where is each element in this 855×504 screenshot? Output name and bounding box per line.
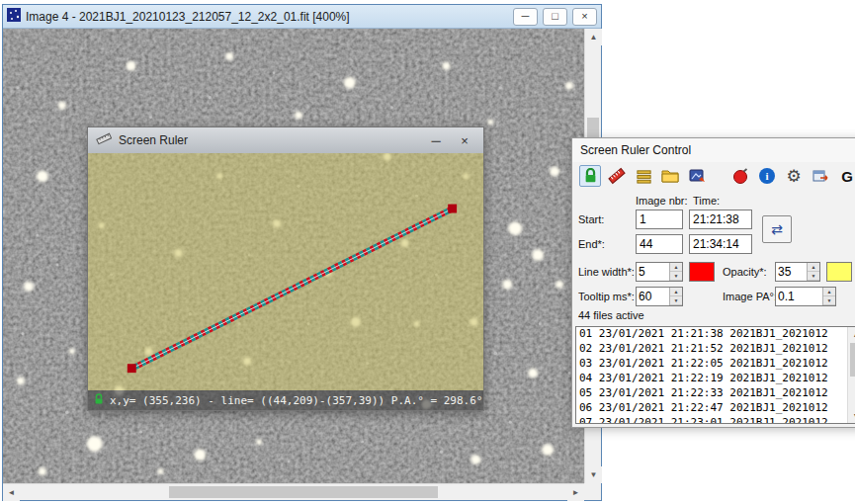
opacity-color-swatch[interactable] bbox=[826, 262, 852, 282]
screen-ruler-window: Screen Ruler ─ × x,y= (355,236) - line= … bbox=[87, 126, 484, 411]
list-item[interactable]: 07 23/01/2021 21:23:01 2021BJ1_2021012 bbox=[576, 416, 855, 424]
end-number-input[interactable] bbox=[636, 234, 683, 254]
opacity-input[interactable] bbox=[776, 263, 807, 281]
control-window-title: Screen Ruler Control bbox=[580, 143, 691, 157]
start-label: Start: bbox=[578, 213, 604, 225]
image-nbr-header: Image nbr: bbox=[636, 195, 688, 207]
list-item[interactable]: 04 23/01/2021 21:22:19 2021BJ1_2021012 bbox=[576, 372, 855, 386]
ruler-close-button[interactable]: × bbox=[454, 133, 475, 148]
end-label: End*: bbox=[578, 238, 605, 250]
minimize-button[interactable]: ─ bbox=[513, 8, 538, 26]
time-header: Time: bbox=[693, 195, 720, 207]
list-item[interactable]: 05 23/01/2021 21:22:33 2021BJ1_2021012 bbox=[576, 386, 855, 401]
line-color-swatch[interactable] bbox=[689, 262, 715, 282]
folder-open-icon[interactable] bbox=[659, 165, 681, 187]
line-width-down-icon[interactable]: ▼ bbox=[670, 272, 682, 281]
list-item[interactable]: 01 23/01/2021 21:21:38 2021BJ1_2021012 bbox=[576, 327, 855, 342]
scrollbar-corner bbox=[584, 483, 601, 500]
opacity-up-icon[interactable]: ▲ bbox=[808, 263, 819, 272]
scroll-right-icon[interactable]: ► bbox=[567, 484, 584, 501]
ruler-minimize-button[interactable]: ─ bbox=[425, 133, 447, 148]
line-width-stepper[interactable]: ▲▼ bbox=[636, 262, 683, 282]
send-to-window-icon[interactable] bbox=[810, 165, 831, 187]
swap-start-end-button[interactable]: ⇄ bbox=[762, 215, 792, 243]
opacity-label: Opacity*: bbox=[723, 266, 767, 278]
image-window-title: Image 4 - 2021BJ1_20210123_212057_12_2x2… bbox=[26, 10, 508, 24]
opacity-stepper[interactable]: ▲▼ bbox=[775, 262, 820, 282]
scroll-up-icon[interactable]: ▲ bbox=[585, 29, 602, 45]
file-list[interactable]: 01 23/01/2021 21:21:38 2021BJ1_2021012 0… bbox=[575, 326, 855, 424]
opacity-down-icon[interactable]: ▼ bbox=[808, 272, 819, 281]
export-image-icon[interactable] bbox=[686, 165, 708, 187]
line-width-input[interactable] bbox=[637, 263, 669, 281]
screen-ruler-control-window: Screen Ruler Control i ⚙ G Image nbr bbox=[571, 137, 855, 428]
list-item[interactable]: 06 23/01/2021 21:22:47 2021BJ1_2021012 bbox=[576, 401, 855, 416]
ruler-status-text: x,y= (355,236) - line= ((44,209)-(357,39… bbox=[110, 394, 483, 407]
ruler-measure-area[interactable] bbox=[88, 153, 483, 390]
image-pa-label: Image PA°: bbox=[723, 291, 777, 302]
list-scroll-up-icon[interactable]: ▲ bbox=[848, 327, 855, 342]
list-item[interactable]: 02 23/01/2021 21:21:52 2021BJ1_2021012 bbox=[576, 342, 855, 357]
ruler-titlebar[interactable]: Screen Ruler ─ × bbox=[88, 127, 483, 153]
list-scroll-down-icon[interactable]: ▼ bbox=[848, 408, 855, 423]
tooltip-down-icon[interactable]: ▼ bbox=[670, 296, 682, 305]
list-item[interactable]: 03 23/01/2021 21:22:05 2021BJ1_2021012 bbox=[576, 357, 855, 372]
image-pa-input[interactable] bbox=[776, 288, 822, 305]
image-pa-up-icon[interactable]: ▲ bbox=[823, 288, 835, 296]
scroll-left-icon[interactable]: ◄ bbox=[3, 484, 20, 501]
horizontal-scrollbar[interactable]: ◄ ► bbox=[3, 483, 584, 500]
image-pa-down-icon[interactable]: ▼ bbox=[823, 296, 835, 305]
lock-icon[interactable] bbox=[579, 165, 601, 187]
line-width-up-icon[interactable]: ▲ bbox=[670, 263, 682, 272]
list-icon[interactable] bbox=[633, 165, 654, 187]
restore-button[interactable]: □ bbox=[543, 8, 567, 26]
abort-icon[interactable] bbox=[729, 165, 751, 187]
status-lock-icon bbox=[94, 393, 104, 408]
end-time-input[interactable] bbox=[689, 234, 752, 254]
ruler-line-end-handle bbox=[448, 205, 457, 213]
start-number-input[interactable] bbox=[636, 210, 683, 229]
control-titlebar[interactable]: Screen Ruler Control bbox=[572, 138, 855, 162]
line-width-label: Line width*: bbox=[578, 266, 635, 278]
tooltip-ms-stepper[interactable]: ▲▼ bbox=[636, 287, 683, 306]
info-icon[interactable]: i bbox=[756, 165, 778, 187]
refresh-icon[interactable]: G bbox=[836, 165, 855, 187]
ruler-line-start-handle bbox=[128, 364, 136, 373]
tooltip-up-icon[interactable]: ▲ bbox=[670, 288, 682, 296]
start-time-input[interactable] bbox=[689, 210, 752, 229]
ruler-icon bbox=[96, 131, 112, 149]
image-pa-stepper[interactable]: ▲▼ bbox=[775, 287, 836, 306]
ruler-status-bar: x,y= (355,236) - line= ((44,209)-(357,39… bbox=[88, 390, 483, 410]
settings-gear-icon[interactable]: ⚙ bbox=[783, 165, 805, 187]
ruler-tool-icon[interactable] bbox=[606, 165, 628, 187]
image-window-titlebar[interactable]: Image 4 - 2021BJ1_20210123_212057_12_2x2… bbox=[3, 5, 601, 29]
tooltip-ms-label: Tooltip ms*: bbox=[578, 291, 635, 302]
horizontal-scroll-thumb[interactable] bbox=[169, 486, 438, 498]
control-toolbar: i ⚙ G bbox=[572, 162, 855, 190]
scroll-down-icon[interactable]: ▼ bbox=[585, 466, 602, 483]
file-list-scrollbar[interactable]: ▲ ▼ bbox=[847, 327, 855, 423]
files-active-text: 44 files active bbox=[578, 309, 644, 321]
image-window-icon bbox=[7, 8, 21, 26]
list-scroll-thumb[interactable] bbox=[850, 343, 855, 377]
close-button[interactable]: × bbox=[572, 8, 597, 26]
tooltip-ms-input[interactable] bbox=[637, 288, 669, 305]
ruler-window-title: Screen Ruler bbox=[119, 133, 418, 147]
ruler-line-center bbox=[131, 210, 452, 370]
